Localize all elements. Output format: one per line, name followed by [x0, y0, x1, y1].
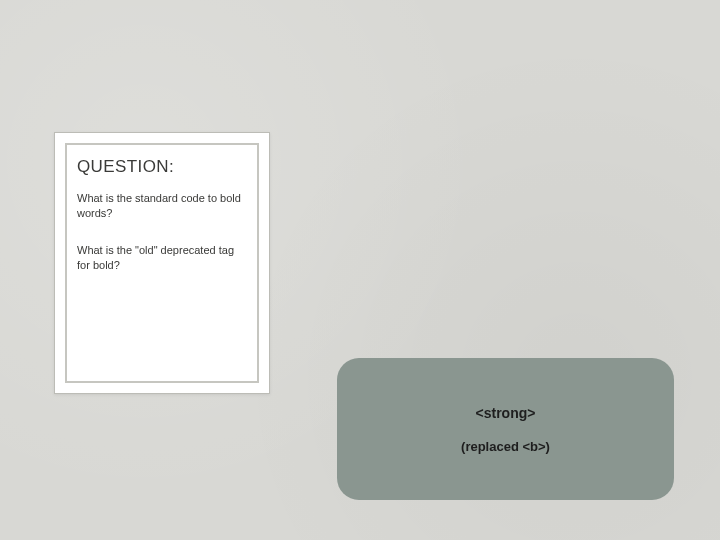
answer-sub: (replaced <b>): [461, 439, 550, 454]
question-text-2: What is the "old" deprecated tag for bol…: [77, 243, 247, 273]
question-card-inner: QUESTION: What is the standard code to b…: [65, 143, 259, 383]
answer-card: <strong> (replaced <b>): [337, 358, 674, 500]
question-card: QUESTION: What is the standard code to b…: [54, 132, 270, 394]
question-text-1: What is the standard code to bold words?: [77, 191, 247, 221]
answer-main: <strong>: [476, 405, 536, 421]
question-heading: QUESTION:: [77, 157, 247, 177]
